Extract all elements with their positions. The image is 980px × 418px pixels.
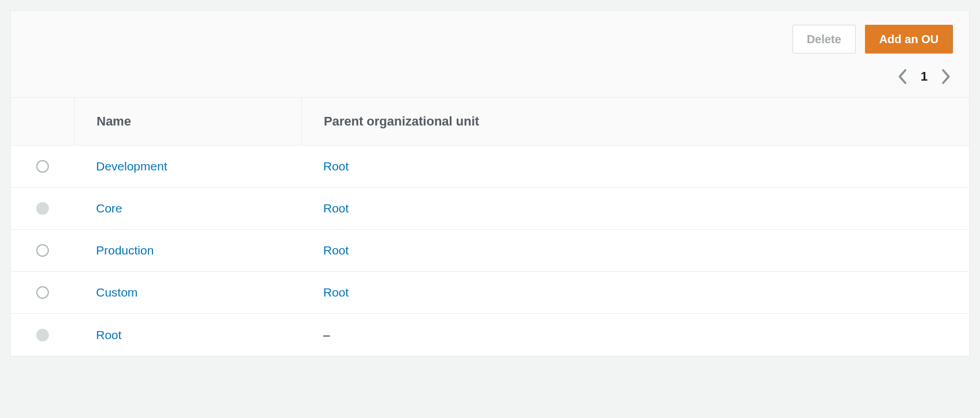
- ou-name-link[interactable]: Custom: [96, 286, 137, 299]
- row-select-cell: [11, 244, 74, 257]
- row-select-cell: [11, 286, 74, 299]
- ou-name-link[interactable]: Core: [96, 202, 122, 215]
- panel-header: Delete Add an OU 1: [11, 11, 969, 97]
- table-row: Development Root: [11, 146, 969, 188]
- ou-panel: Delete Add an OU 1 Name Parent organizat…: [10, 10, 970, 356]
- ou-name-link[interactable]: Development: [96, 159, 167, 173]
- radio-select[interactable]: [36, 244, 49, 257]
- table-row: Core Root: [11, 188, 969, 230]
- col-parent-header: Parent organizational unit: [301, 98, 969, 145]
- radio-select[interactable]: [36, 286, 49, 299]
- row-parent-cell: Root: [301, 232, 969, 269]
- row-select-cell: [11, 160, 74, 173]
- ou-parent-link[interactable]: Root: [323, 159, 349, 173]
- ou-parent-empty: –: [323, 328, 330, 341]
- ou-parent-link[interactable]: Root: [323, 244, 349, 257]
- row-name-cell: Production: [74, 232, 301, 269]
- row-parent-cell: Root: [301, 190, 969, 227]
- delete-button[interactable]: Delete: [793, 25, 856, 54]
- table-row: Production Root: [11, 230, 969, 272]
- pagination: 1: [898, 65, 953, 97]
- row-name-cell: Core: [74, 190, 301, 227]
- page-number: 1: [921, 69, 928, 84]
- ou-parent-link[interactable]: Root: [323, 202, 349, 215]
- table-body: Development Root Core Root Production: [11, 146, 969, 356]
- col-select-header: [11, 98, 74, 145]
- row-select-cell: [11, 329, 74, 341]
- chevron-right-icon[interactable]: [940, 69, 951, 85]
- table-row: Root –: [11, 314, 969, 356]
- row-name-cell: Development: [74, 148, 301, 185]
- ou-parent-link[interactable]: Root: [323, 286, 349, 299]
- row-parent-cell: Root: [301, 148, 969, 185]
- col-name-header: Name: [74, 98, 301, 145]
- row-name-cell: Custom: [74, 274, 301, 311]
- row-name-cell: Root: [74, 317, 301, 354]
- radio-select[interactable]: [36, 160, 49, 173]
- ou-name-link[interactable]: Production: [96, 244, 154, 257]
- row-parent-cell: Root: [301, 274, 969, 311]
- radio-select-disabled: [36, 329, 49, 341]
- row-select-cell: [11, 202, 74, 215]
- table-header: Name Parent organizational unit: [11, 97, 969, 146]
- ou-name-link[interactable]: Root: [96, 328, 121, 341]
- add-ou-button[interactable]: Add an OU: [865, 25, 953, 54]
- action-buttons: Delete Add an OU: [793, 25, 953, 54]
- chevron-left-icon[interactable]: [898, 69, 908, 85]
- row-parent-cell: –: [301, 317, 969, 354]
- table-row: Custom Root: [11, 272, 969, 314]
- radio-select-disabled: [36, 202, 49, 215]
